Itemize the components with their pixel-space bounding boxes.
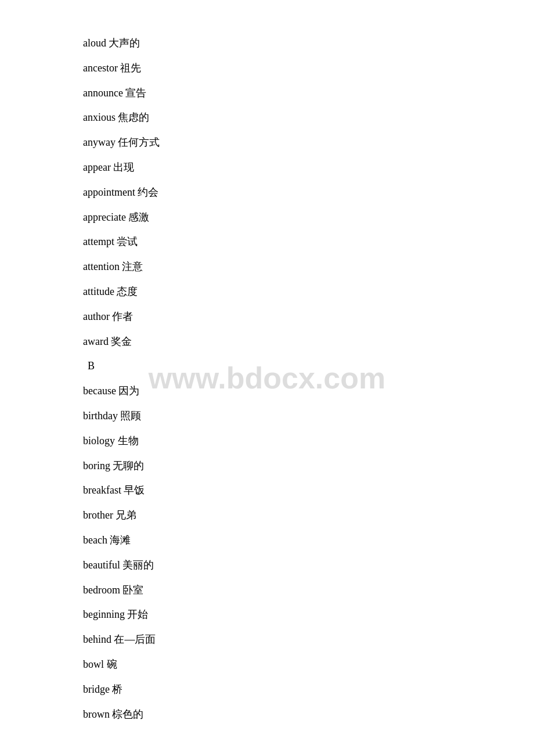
word-entry-ancestor: ancestor 祖先 <box>83 60 451 77</box>
section-b-header: B <box>83 358 451 375</box>
b-entries-list: because 因为birthday 照顾biology 生物boring 无聊… <box>83 383 451 722</box>
word-entry-attitude: attitude 态度 <box>83 283 451 300</box>
word-entry-brown: brown 棕色的 <box>83 706 451 723</box>
word-entry-breakfast: breakfast 早饭 <box>83 482 451 499</box>
word-entry-beach: beach 海滩 <box>83 532 451 549</box>
word-entry-behind: behind 在—后面 <box>83 631 451 648</box>
entries-list: aloud 大声的ancestor 祖先announce 宣告anxious 焦… <box>83 35 451 350</box>
word-entry-bowl: bowl 碗 <box>83 656 451 673</box>
word-entry-award: award 奖金 <box>83 333 451 350</box>
word-entry-author: author 作者 <box>83 308 451 325</box>
word-entry-attempt: attempt 尝试 <box>83 233 451 250</box>
word-entry-biology: biology 生物 <box>83 433 451 449</box>
word-entry-beginning: beginning 开始 <box>83 606 451 623</box>
main-content: aloud 大声的ancestor 祖先announce 宣告anxious 焦… <box>0 0 534 756</box>
word-entry-appreciate: appreciate 感激 <box>83 209 451 226</box>
word-entry-attention: attention 注意 <box>83 258 451 275</box>
word-entry-aloud: aloud 大声的 <box>83 35 451 52</box>
word-entry-brother: brother 兄弟 <box>83 507 451 524</box>
word-entry-anxious: anxious 焦虑的 <box>83 109 451 126</box>
word-entry-appear: appear 出现 <box>83 159 451 176</box>
word-entry-appointment: appointment 约会 <box>83 184 451 201</box>
word-entry-anyway: anyway 任何方式 <box>83 134 451 151</box>
word-entry-bridge: bridge 桥 <box>83 681 451 698</box>
word-entry-announce: announce 宣告 <box>83 85 451 102</box>
word-entry-bedroom: bedroom 卧室 <box>83 582 451 599</box>
word-entry-beautiful: beautiful 美丽的 <box>83 557 451 574</box>
word-entry-because: because 因为 <box>83 383 451 399</box>
word-entry-boring: boring 无聊的 <box>83 458 451 474</box>
word-entry-birthday: birthday 照顾 <box>83 408 451 424</box>
